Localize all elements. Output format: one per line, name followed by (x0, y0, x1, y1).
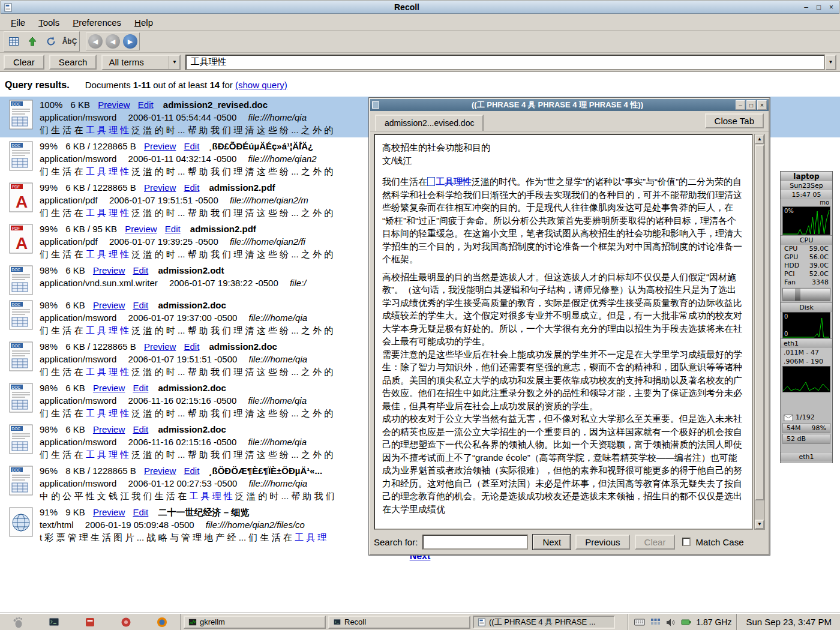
sort-button[interactable] (24, 33, 41, 50)
show-query-link[interactable]: (show query) (235, 80, 287, 90)
window-title: Recoll (15, 2, 799, 12)
task-gkrellm[interactable]: gkrellm (184, 616, 326, 629)
workspace-grid-icon[interactable] (649, 616, 661, 628)
minimize-icon[interactable]: – (801, 2, 811, 13)
file-url: file:///home/qia (249, 313, 308, 323)
minimize-icon[interactable]: – (736, 100, 745, 110)
edit-link[interactable]: Edit (133, 300, 148, 310)
abstract-text: 泛 滥 的 时 ... 帮 助 我 们 理 清 这 些 纷 ... 之 外 的 (129, 208, 333, 218)
find-previous-button[interactable]: Previous (575, 535, 629, 550)
edit-link[interactable]: Edit (133, 383, 148, 393)
recoll-titlebar[interactable]: Recoll – □ × (1, 1, 839, 14)
find-clear-button[interactable]: Clear (635, 535, 676, 550)
maximize-icon[interactable]: □ (746, 100, 756, 110)
preview-link[interactable]: Preview (93, 383, 125, 393)
search-input[interactable] (185, 55, 825, 70)
edit-link[interactable]: Edit (138, 100, 154, 110)
terminal-launcher[interactable] (46, 615, 62, 629)
edit-link[interactable]: Edit (184, 341, 200, 352)
scroll-down-icon[interactable]: ▼ (755, 520, 764, 529)
taskbar-clock[interactable]: Sun Sep 23, 3:47 PM (736, 614, 840, 630)
abstract-text: 们 生 活 在 (40, 449, 86, 460)
speaker-icon[interactable] (665, 616, 677, 628)
toolbar-group-left: ÂbÇ (4, 31, 80, 52)
first-page-button[interactable]: ◀ (88, 34, 103, 49)
abstract-match: 工 具 理 性 (86, 125, 130, 135)
preview-link[interactable]: Preview (93, 424, 125, 434)
edit-link[interactable]: Edit (133, 265, 148, 275)
preview-link[interactable]: Preview (125, 224, 157, 234)
term-explorer-button[interactable]: ÂbÇ (61, 33, 78, 50)
relevance-percent: 99% (40, 224, 58, 234)
menu-tools[interactable]: Tools (32, 15, 65, 30)
abstract-match: 工 具 理 性 (86, 249, 130, 259)
task-recoll[interactable]: Recoll (328, 616, 470, 629)
chevron-down-icon: ▼ (169, 56, 179, 69)
gnome-menu-button[interactable] (10, 615, 26, 629)
close-icon[interactable]: × (757, 100, 767, 110)
preview-link[interactable]: Preview (144, 341, 176, 352)
find-input[interactable] (422, 535, 528, 550)
app-launcher-1[interactable] (82, 615, 98, 629)
search-mode-select[interactable]: All terms ▼ (101, 55, 181, 70)
file-size: 6 KB / 1228865 B (65, 341, 136, 352)
gkrellm-monitor[interactable]: laptop Sun23Sep 15:47 05 mo 0% CPU CPU 5… (780, 171, 833, 463)
preview-link[interactable]: Preview (144, 141, 176, 151)
fan-label: Fan (784, 278, 796, 287)
doc-file-icon (2, 423, 40, 461)
close-tab-button[interactable]: Close Tab (705, 113, 764, 128)
reload-button[interactable] (43, 33, 59, 50)
preview-titlebar[interactable]: ((工 PHRASE 4 具 PHRASE 4 理 PHRASE 4 性)) –… (370, 99, 769, 111)
scrollbar-thumb[interactable] (755, 145, 764, 500)
edit-link[interactable]: Edit (184, 141, 200, 151)
keyboard-layout-icon[interactable] (634, 616, 646, 628)
battery-icon[interactable] (680, 616, 692, 628)
search-button[interactable]: Search (49, 55, 97, 70)
clear-button[interactable]: Clear (4, 55, 44, 70)
system-tray: 1.87 GHz (628, 614, 736, 630)
next-page-button[interactable]: ▶ (123, 34, 137, 49)
result-filename: ¸ßÖÐÖÆ¶È£¶ÏÈ±ÖÐµÄ¹«... (209, 466, 323, 476)
preview-link[interactable]: Preview (144, 182, 176, 193)
preview-link[interactable]: Preview (93, 300, 125, 310)
task-label: gkrellm (200, 617, 225, 626)
maximize-icon[interactable]: □ (814, 2, 824, 13)
match-case-checkbox[interactable] (682, 538, 691, 546)
edit-link[interactable]: Edit (184, 182, 200, 193)
preview-tabbar: admission2...evised.doc Close Tab (370, 111, 769, 131)
file-size: 6 KB (65, 383, 85, 393)
preview-link[interactable]: Preview (93, 507, 125, 517)
close-icon[interactable]: × (826, 2, 836, 13)
odt-file-icon (2, 264, 40, 295)
preview-document-area[interactable]: 高校招生的社会功能和目的 文/钱江 我们生活在工具理性泛滥的时代。作为“世之显学… (374, 134, 753, 530)
app-launcher-2[interactable] (118, 615, 134, 629)
file-url: file:///home/qia (249, 354, 308, 364)
edit-link[interactable]: Edit (165, 224, 181, 234)
menu-file[interactable]: File (5, 15, 31, 30)
prev-page-button[interactable]: ◀ (106, 34, 120, 49)
menu-preferences[interactable]: Preferences (67, 15, 127, 30)
edit-link[interactable]: Edit (133, 507, 148, 517)
search-bar: Clear Search All terms ▼ ▼ (0, 53, 840, 72)
preview-tab[interactable]: admission2...evised.doc (375, 115, 484, 131)
doc-byline: 文/钱江 (382, 154, 745, 167)
find-next-button[interactable]: Next (533, 535, 571, 550)
mime-type: application/msword (40, 354, 116, 364)
edit-link[interactable]: Edit (133, 424, 148, 434)
preview-link[interactable]: Preview (93, 265, 125, 275)
menu-help[interactable]: Help (128, 15, 159, 30)
query-history-dropdown-icon[interactable]: ▼ (825, 55, 836, 70)
preview-link[interactable]: Preview (144, 466, 176, 476)
preview-scrollbar[interactable]: ▲ ▼ (754, 134, 765, 530)
preview-link[interactable]: Preview (98, 100, 130, 110)
taskbar: gkrellm Recoll ((工 PHRASE 4 具 PHRASE ...… (0, 613, 840, 630)
mime-type: application/vnd.sun.xml.writer (40, 278, 158, 288)
scroll-up-icon[interactable]: ▲ (755, 134, 764, 144)
firefox-launcher[interactable] (154, 615, 170, 629)
table-view-button[interactable] (5, 33, 22, 50)
abstract-text: 们 生 活 在 (40, 125, 86, 135)
task-preview-window[interactable]: ((工 PHRASE 4 具 PHRASE ... (473, 616, 615, 629)
disk-write-value: 0 (784, 331, 788, 337)
file-url: file:///home/qian2 (248, 154, 316, 164)
edit-link[interactable]: Edit (184, 466, 200, 476)
